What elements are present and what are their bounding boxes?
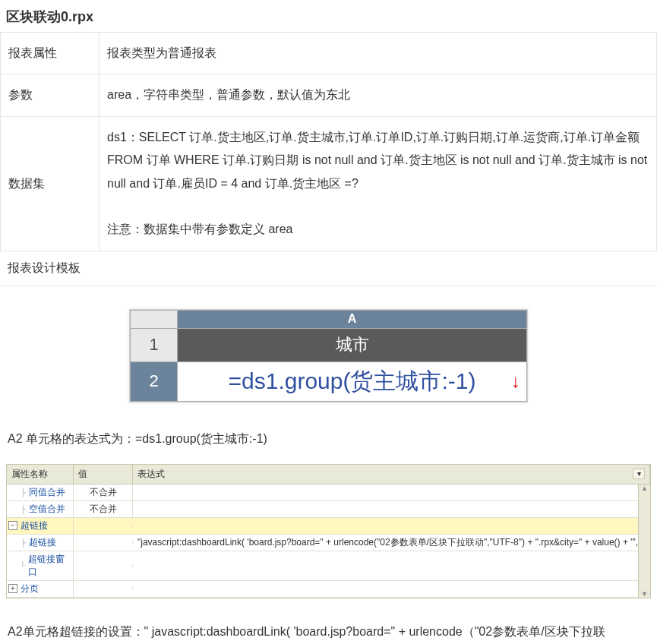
prop-value-hyperlink-window (74, 564, 133, 567)
tree-cell: − 超链接 (7, 518, 74, 534)
scroll-up-icon[interactable]: ▲ (641, 485, 648, 492)
page-title: 区块联动0.rpx (0, 0, 657, 32)
prop-value-same-merge: 不合并 (74, 485, 133, 500)
template-section-label: 报表设计模板 (0, 251, 657, 286)
a2-link-text: A2单元格超链接的设置：" javascript:dashboardLink( … (0, 598, 657, 644)
template-a2-formula: =ds1.group(货主城市:-1) (229, 368, 476, 393)
prop-label-hyperlink: 超链接 (29, 536, 56, 549)
header-expr: 表达式 ▾ (133, 465, 650, 484)
tree-dash: ├ (21, 538, 26, 547)
template-a1-cell: 城市 (178, 328, 527, 361)
tree-cell: └ 超链接窗口 (7, 551, 74, 580)
report-attr-label: 报表属性 (1, 33, 99, 74)
tree-plus-icon[interactable]: + (8, 584, 17, 593)
template-row1-num: 1 (131, 328, 178, 361)
prop-value-paging (74, 587, 133, 590)
tree-cell: ├ 超链接 (7, 535, 74, 551)
scrollbar[interactable]: ▲ ▼ (638, 485, 650, 598)
tree-line-icon (8, 504, 17, 513)
template-corner (131, 310, 178, 328)
prop-row-hyperlink-window[interactable]: └ 超链接窗口 (7, 551, 650, 581)
prop-label-hyperlink-window: 超链接窗口 (28, 553, 71, 579)
dataset-value-cell: ds1：SELECT 订单.货主地区,订单.货主城市,订单.订单ID,订单.订购… (99, 116, 657, 251)
property-panel: 属性名称 值 表达式 ▾ ├ 同值合并 不合并 ├ 空值合并 不合并 (6, 464, 651, 598)
template-row-1: 1 城市 (131, 328, 527, 361)
down-arrow-icon: ↓ (511, 372, 520, 390)
prop-expr-hyperlink-group (133, 524, 650, 527)
info-row-dataset: 数据集 ds1：SELECT 订单.货主地区,订单.货主城市,订单.订单ID,订… (1, 116, 657, 251)
prop-value-hyperlink (74, 541, 133, 544)
tree-line-icon (8, 561, 17, 570)
prop-label-hyperlink-group: 超链接 (21, 519, 48, 532)
prop-value-hyperlink-group (74, 524, 133, 527)
template-row2-num: 2 (131, 361, 178, 401)
prop-label-paging: 分页 (21, 582, 39, 595)
tree-cell: ├ 空值合并 (7, 501, 74, 517)
param-value: area，字符串类型，普通参数，默认值为东北 (99, 74, 657, 116)
prop-expr-hyperlink[interactable]: "javascript:dashboardLink( 'board.jsp?bo… (133, 535, 650, 551)
tree-line-icon (8, 488, 17, 497)
info-row-param: 参数 area，字符串类型，普通参数，默认值为东北 (1, 74, 657, 116)
param-label: 参数 (1, 74, 99, 116)
expr-header-toggle-icon[interactable]: ▾ (633, 469, 645, 479)
info-row-report-attr: 报表属性 报表类型为普通报表 (1, 33, 657, 74)
prop-row-same-merge[interactable]: ├ 同值合并 不合并 (7, 485, 650, 501)
prop-expr-same-merge (133, 491, 650, 494)
template-header-row: A (131, 310, 527, 328)
template-a2-cell: =ds1.group(货主城市:-1) ↓ (178, 361, 527, 401)
scroll-down-icon[interactable]: ▼ (641, 590, 648, 598)
prop-expr-paging (133, 587, 650, 590)
property-header-row: 属性名称 值 表达式 ▾ (7, 465, 650, 485)
header-expr-label: 表达式 (137, 468, 165, 481)
template-box: A 1 城市 2 =ds1.group(货主城市:-1) ↓ (129, 309, 528, 402)
tree-line-icon (8, 538, 17, 547)
prop-expr-hyperlink-window (133, 564, 650, 567)
template-figure: A 1 城市 2 =ds1.group(货主城市:-1) ↓ (0, 286, 657, 418)
tree-cell: + 分页 (7, 581, 74, 597)
dataset-value: ds1：SELECT 订单.货主地区,订单.货主城市,订单.订单ID,订单.订购… (107, 126, 649, 195)
template-grid: A 1 城市 2 =ds1.group(货主城市:-1) ↓ (130, 310, 527, 402)
a2-formula-text: A2 单元格的表达式为：=ds1.group(货主城市:-1) (0, 418, 657, 464)
prop-expr-empty-merge (133, 507, 650, 510)
header-name: 属性名称 (7, 465, 74, 484)
dataset-note: 注意：数据集中带有参数定义 area (107, 218, 649, 241)
tree-minus-icon[interactable]: − (8, 521, 17, 530)
property-body: ├ 同值合并 不合并 ├ 空值合并 不合并 − 超链接 (7, 485, 650, 598)
info-table: 报表属性 报表类型为普通报表 参数 area，字符串类型，普通参数，默认值为东北… (0, 32, 657, 251)
prop-row-paging[interactable]: + 分页 (7, 581, 650, 598)
report-attr-value: 报表类型为普通报表 (99, 33, 657, 74)
prop-row-empty-merge[interactable]: ├ 空值合并 不合并 (7, 501, 650, 518)
prop-label-empty-merge: 空值合并 (29, 503, 65, 516)
prop-label-same-merge: 同值合并 (29, 486, 65, 499)
prop-row-hyperlink-group[interactable]: − 超链接 (7, 518, 650, 535)
header-value: 值 (74, 465, 133, 484)
prop-row-hyperlink[interactable]: ├ 超链接 "javascript:dashboardLink( 'board.… (7, 535, 650, 551)
tree-dash: ├ (21, 488, 26, 497)
dataset-label: 数据集 (1, 116, 99, 251)
template-row-2: 2 =ds1.group(货主城市:-1) ↓ (131, 361, 527, 401)
tree-dash: └ (20, 561, 25, 570)
prop-value-empty-merge: 不合并 (74, 501, 133, 517)
tree-cell: ├ 同值合并 (7, 485, 74, 500)
tree-dash: ├ (21, 505, 26, 513)
template-col-a: A (178, 310, 527, 328)
